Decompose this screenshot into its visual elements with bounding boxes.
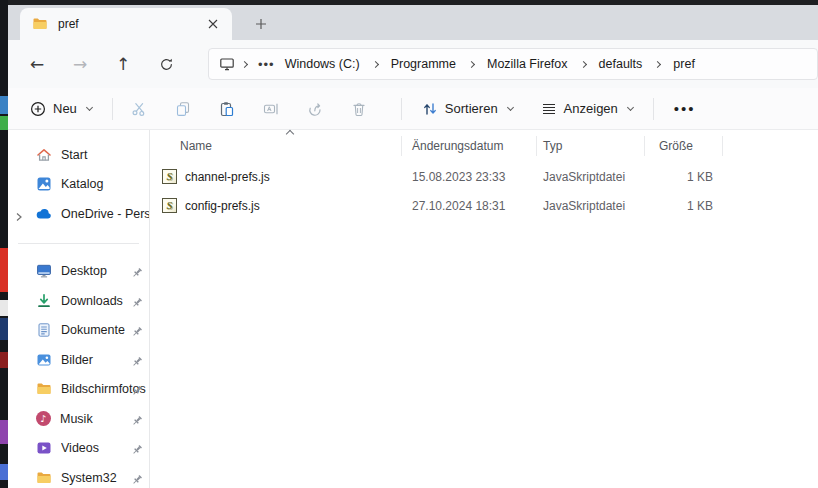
music-icon: ♪	[36, 411, 51, 426]
desktop-background	[0, 0, 8, 488]
pin-icon	[131, 295, 143, 313]
refresh-button[interactable]	[151, 49, 181, 79]
column-header-modified[interactable]: Änderungsdatum	[402, 136, 537, 156]
close-icon	[208, 19, 218, 29]
pin-icon	[131, 442, 143, 460]
breadcrumb-defaults[interactable]: defaults	[593, 54, 649, 74]
breadcrumb-windows-c[interactable]: Windows (C:)	[279, 54, 366, 74]
javascript-file-icon: S	[162, 169, 177, 184]
desktop-icon-fragment	[0, 464, 8, 480]
cut-icon	[131, 101, 147, 117]
new-button-label: Neu	[53, 101, 77, 116]
breadcrumb-chevron-icon	[580, 60, 587, 67]
view-lines-icon	[541, 102, 557, 116]
breadcrumb-mozilla-firefox[interactable]: Mozilla Firefox	[481, 54, 574, 74]
breadcrumb-chevron-icon	[468, 60, 475, 67]
breadcrumb-programme[interactable]: Programme	[385, 54, 462, 74]
file-modified-cell: 27.10.2024 18:31	[402, 199, 537, 213]
sidebar-item-videos[interactable]: Videos	[8, 434, 149, 464]
sidebar-item-desktop[interactable]: Desktop	[8, 257, 149, 287]
file-type-cell: JavaSkriptdatei	[537, 199, 645, 213]
tab-pref[interactable]: pref	[20, 8, 232, 40]
refresh-icon	[159, 57, 174, 72]
sidebar-item-musik[interactable]: ♪ Musik	[8, 404, 149, 434]
address-bar[interactable]: ••• Windows (C:) Programme Mozilla Firef…	[208, 48, 818, 80]
table-row[interactable]: S config-prefs.js 27.10.2024 18:31 JavaS…	[150, 191, 818, 220]
pin-icon	[131, 324, 143, 342]
file-name-cell: S channel-prefs.js	[150, 169, 402, 184]
column-header-size[interactable]: Größe	[645, 136, 723, 156]
plus-icon	[255, 18, 267, 30]
breadcrumb-overflow[interactable]: •••	[254, 57, 279, 72]
column-header-name[interactable]: Name	[150, 136, 402, 156]
sort-button-label: Sortieren	[445, 101, 498, 116]
file-size-cell: 1 KB	[645, 199, 723, 213]
sidebar-item-label: OneDrive - Persona	[61, 207, 149, 221]
sidebar-item-label: Katalog	[61, 177, 149, 191]
screenshot-root: pref ← → ↑	[0, 0, 818, 488]
desktop-icon	[36, 263, 52, 279]
sort-button[interactable]: Sortieren	[414, 95, 521, 122]
tab-close-button[interactable]	[202, 13, 224, 35]
sidebar-item-bilder[interactable]: Bilder	[8, 345, 149, 375]
file-size-cell: 1 KB	[645, 170, 723, 184]
pin-icon	[131, 472, 143, 488]
table-row[interactable]: S channel-prefs.js 15.08.2023 23:33 Java…	[150, 162, 818, 191]
view-button-label: Anzeigen	[564, 101, 618, 116]
sidebar-item-start[interactable]: Start	[8, 140, 149, 170]
onedrive-icon	[36, 206, 52, 222]
documents-icon	[36, 322, 52, 338]
file-modified-cell: 15.08.2023 23:33	[402, 170, 537, 184]
sidebar-item-label: Start	[61, 148, 149, 162]
expand-chevron-icon[interactable]	[15, 208, 23, 226]
desktop-icon-fragment	[0, 318, 8, 340]
up-button[interactable]: ↑	[108, 49, 138, 79]
new-button[interactable]: Neu	[22, 95, 100, 123]
share-icon	[307, 101, 323, 117]
share-button[interactable]	[301, 95, 329, 123]
file-name-cell: S config-prefs.js	[150, 198, 402, 213]
desktop-icon-fragment	[0, 300, 8, 316]
main-area: Start Katalog	[8, 130, 818, 488]
sidebar-item-onedrive[interactable]: OneDrive - Persona	[8, 199, 149, 229]
pin-icon	[131, 265, 143, 283]
sort-arrows-icon	[422, 102, 438, 116]
new-circle-plus-icon	[30, 101, 46, 117]
tab-bar: pref	[8, 5, 818, 40]
paste-button[interactable]	[213, 95, 241, 123]
pin-icon	[131, 354, 143, 372]
sidebar-item-bildschirmfotos[interactable]: Bildschirmfotos	[8, 375, 149, 405]
sidebar-item-system32[interactable]: System32	[8, 463, 149, 488]
sidebar-item-katalog[interactable]: Katalog	[8, 170, 149, 200]
trash-icon	[351, 101, 367, 117]
paste-icon	[219, 101, 235, 117]
navigation-bar: ← → ↑ ••• Windows (C:) Programme	[8, 40, 818, 88]
forward-button[interactable]: →	[65, 49, 95, 79]
back-button[interactable]: ←	[22, 49, 52, 79]
file-list: Name Änderungsdatum Typ Größe S channel-…	[150, 130, 818, 488]
rename-icon	[263, 101, 279, 117]
cut-button[interactable]	[125, 95, 153, 123]
copy-button[interactable]	[169, 95, 197, 123]
rename-button[interactable]	[257, 95, 285, 123]
column-header-row: Name Änderungsdatum Typ Größe	[150, 130, 818, 162]
pin-icon	[131, 413, 143, 431]
toolbar-divider	[401, 98, 402, 120]
desktop-icon-fragment	[0, 352, 8, 368]
sidebar-divider	[18, 243, 139, 244]
desktop-icon-fragment	[0, 248, 8, 292]
breadcrumb-pref[interactable]: pref	[667, 54, 701, 74]
tab-title: pref	[58, 17, 202, 31]
new-tab-button[interactable]	[248, 12, 274, 36]
sidebar-item-dokumente[interactable]: Dokumente	[8, 316, 149, 346]
javascript-file-icon: S	[162, 198, 177, 213]
view-button[interactable]: Anzeigen	[533, 95, 641, 122]
more-options-button[interactable]: •••	[666, 96, 704, 121]
chevron-down-icon	[507, 103, 514, 110]
file-explorer-window: pref ← → ↑	[8, 5, 818, 488]
desktop-icon-fragment	[0, 96, 8, 114]
column-header-type[interactable]: Typ	[537, 136, 645, 156]
delete-button[interactable]	[345, 95, 373, 123]
file-type-cell: JavaSkriptdatei	[537, 170, 645, 184]
sidebar-item-downloads[interactable]: Downloads	[8, 286, 149, 316]
